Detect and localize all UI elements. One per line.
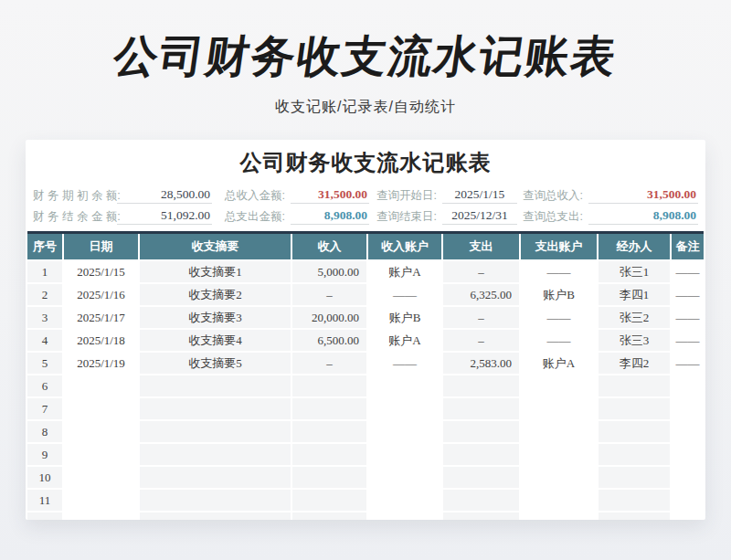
cell-expense-account[interactable] [521, 444, 599, 467]
cell-serial[interactable]: 11 [27, 490, 64, 512]
cell-date[interactable] [64, 512, 140, 520]
cell-serial[interactable]: 4 [27, 330, 64, 353]
cell-expense-account[interactable] [521, 421, 599, 444]
cell-expense-account[interactable]: —— [521, 330, 599, 353]
cell-expense-account[interactable]: —— [521, 261, 599, 284]
cell-serial[interactable]: 8 [27, 421, 64, 444]
cell-income-account[interactable] [368, 512, 443, 520]
cell-summary[interactable] [140, 467, 292, 490]
cell-expense-account[interactable]: 账户B [521, 284, 599, 307]
cell-income-account[interactable]: 账户A [368, 261, 443, 284]
cell-summary[interactable]: 收支摘要4 [140, 330, 292, 353]
cell-remarks[interactable]: —— [672, 353, 704, 375]
cell-income[interactable]: – [292, 284, 368, 307]
cell-expense-account[interactable]: 账户A [521, 353, 599, 375]
cell-date[interactable] [64, 467, 140, 490]
summary-value-total-expense[interactable]: 8,908.00 [291, 207, 369, 225]
cell-income[interactable] [292, 512, 368, 520]
cell-income-account[interactable] [368, 421, 443, 444]
cell-handler[interactable] [599, 444, 672, 467]
summary-value-opening-balance[interactable]: 28,500.00 [117, 186, 212, 204]
cell-serial[interactable]: 6 [27, 375, 64, 398]
cell-serial[interactable]: 2 [27, 284, 64, 307]
cell-remarks[interactable]: —— [672, 330, 704, 353]
cell-handler[interactable] [599, 398, 672, 421]
cell-income-account[interactable] [368, 375, 443, 398]
cell-income[interactable]: 20,000.00 [292, 307, 368, 330]
cell-income[interactable] [292, 490, 368, 512]
cell-summary[interactable]: 收支摘要3 [140, 307, 292, 330]
cell-remarks[interactable] [672, 421, 704, 444]
cell-remarks[interactable] [672, 398, 704, 421]
cell-summary[interactable] [140, 421, 292, 444]
cell-handler[interactable]: 张三3 [599, 330, 672, 353]
cell-date[interactable]: 2025/1/15 [64, 261, 140, 284]
cell-summary[interactable] [140, 375, 292, 398]
cell-expense[interactable] [443, 467, 521, 490]
cell-expense-account[interactable] [521, 490, 599, 512]
cell-income-account[interactable]: —— [368, 353, 443, 375]
cell-summary[interactable] [140, 444, 292, 467]
cell-summary[interactable] [140, 512, 292, 520]
summary-value-total-income[interactable]: 31,500.00 [291, 186, 369, 204]
cell-income-account[interactable] [368, 467, 443, 490]
cell-expense[interactable] [443, 398, 521, 421]
cell-date[interactable]: 2025/1/19 [64, 353, 140, 375]
summary-value-query-end-date[interactable]: 2025/12/31 [442, 207, 517, 225]
cell-income[interactable]: 5,000.00 [292, 261, 368, 284]
cell-expense[interactable]: – [443, 330, 521, 353]
cell-remarks[interactable] [672, 467, 704, 490]
cell-expense[interactable] [443, 490, 521, 512]
cell-serial[interactable]: 3 [27, 307, 64, 330]
cell-income[interactable] [292, 375, 368, 398]
cell-date[interactable] [64, 490, 140, 512]
cell-handler[interactable] [599, 375, 672, 398]
cell-expense[interactable]: – [443, 261, 521, 284]
cell-income[interactable] [292, 398, 368, 421]
cell-expense[interactable]: 6,325.00 [443, 284, 521, 307]
cell-income-account[interactable] [368, 490, 443, 512]
cell-date[interactable]: 2025/1/18 [64, 330, 140, 353]
cell-income[interactable] [292, 467, 368, 490]
cell-serial[interactable]: 7 [27, 398, 64, 421]
cell-handler[interactable] [599, 490, 672, 512]
cell-handler[interactable] [599, 512, 672, 520]
cell-expense-account[interactable] [521, 512, 599, 520]
cell-remarks[interactable] [672, 375, 704, 398]
cell-income-account[interactable]: 账户A [368, 330, 443, 353]
cell-income[interactable] [292, 421, 368, 444]
cell-handler[interactable]: 李四2 [599, 353, 672, 375]
cell-serial[interactable]: 5 [27, 353, 64, 375]
cell-expense-account[interactable] [521, 375, 599, 398]
cell-date[interactable] [64, 444, 140, 467]
cell-expense[interactable]: – [443, 307, 521, 330]
cell-date[interactable] [64, 421, 140, 444]
cell-date[interactable]: 2025/1/17 [64, 307, 140, 330]
cell-summary[interactable]: 收支摘要2 [140, 284, 292, 307]
cell-income-account[interactable]: —— [368, 284, 443, 307]
cell-remarks[interactable] [672, 444, 704, 467]
cell-serial[interactable]: 12 [27, 512, 64, 520]
cell-handler[interactable]: 张三1 [599, 261, 672, 284]
cell-income-account[interactable] [368, 398, 443, 421]
cell-expense[interactable] [443, 444, 521, 467]
cell-summary[interactable]: 收支摘要1 [140, 261, 292, 284]
cell-income[interactable]: – [292, 353, 368, 375]
cell-expense[interactable]: 2,583.00 [443, 353, 521, 375]
cell-expense-account[interactable]: —— [521, 307, 599, 330]
cell-remarks[interactable] [672, 490, 704, 512]
cell-expense-account[interactable] [521, 467, 599, 490]
cell-expense[interactable] [443, 375, 521, 398]
summary-value-query-total-expense[interactable]: 8,908.00 [588, 207, 698, 225]
cell-handler[interactable] [599, 467, 672, 490]
cell-serial[interactable]: 10 [27, 467, 64, 490]
cell-summary[interactable] [140, 490, 292, 512]
cell-income-account[interactable] [368, 444, 443, 467]
cell-remarks[interactable]: —— [672, 307, 704, 330]
cell-date[interactable]: 2025/1/16 [64, 284, 140, 307]
cell-date[interactable] [64, 398, 140, 421]
cell-handler[interactable]: 张三2 [599, 307, 672, 330]
cell-date[interactable] [64, 375, 140, 398]
cell-expense[interactable] [443, 512, 521, 520]
cell-remarks[interactable] [672, 512, 704, 520]
